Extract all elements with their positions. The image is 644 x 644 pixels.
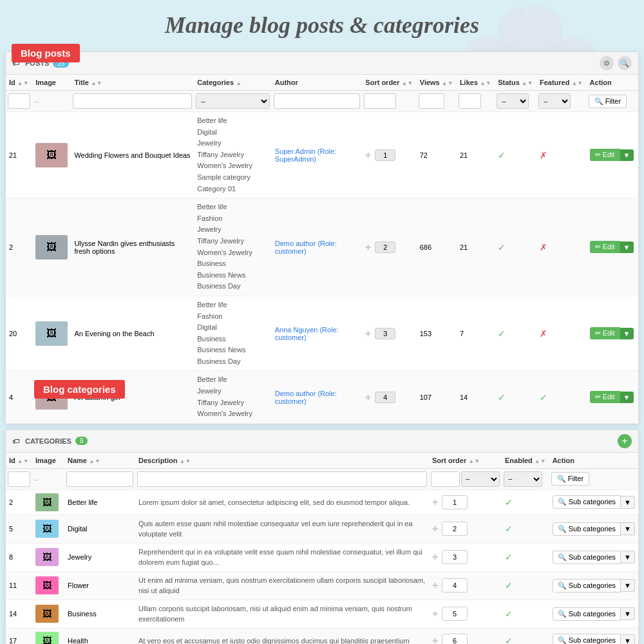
- edit-button[interactable]: ✏ Edit: [590, 327, 620, 339]
- sub-categories-dropdown[interactable]: ▼: [621, 607, 635, 620]
- sort-order-input[interactable]: [375, 149, 395, 161]
- enabled-check: ✓: [505, 609, 513, 619]
- sort-handle[interactable]: ✛: [365, 151, 371, 159]
- cat-sort-handle[interactable]: ✛: [432, 637, 438, 644]
- categories-filter-select[interactable]: --: [196, 93, 270, 109]
- add-category-button[interactable]: +: [618, 434, 632, 448]
- status-filter-select[interactable]: --: [497, 93, 529, 109]
- sub-categories-button[interactable]: 🔍 Sub categories: [553, 607, 621, 621]
- post-image: 🖼: [35, 235, 68, 260]
- sub-categories-button[interactable]: 🔍 Sub categories: [553, 579, 621, 592]
- cat-sort-handle[interactable]: ✛: [432, 610, 438, 618]
- cat-sort-order-input[interactable]: [442, 522, 468, 536]
- cat-name: Flower: [64, 571, 135, 600]
- author-link[interactable]: Demo author (Role: customer): [275, 390, 337, 405]
- cat-sort-order-input[interactable]: [442, 550, 468, 564]
- cat-name-filter-input[interactable]: [66, 471, 133, 487]
- categories-table-header: Id ▲▼ Image Name ▲▼ Description ▲▼ Sort …: [6, 453, 638, 469]
- author-link[interactable]: Demo author (Role: customer): [275, 240, 337, 255]
- post-sort-order: ✛: [362, 371, 416, 423]
- sub-categories-dropdown[interactable]: ▼: [621, 522, 635, 535]
- sort-order-input[interactable]: [375, 328, 395, 339]
- cat-sort-handle[interactable]: ✛: [432, 525, 438, 533]
- search-icon[interactable]: 🔍: [618, 56, 632, 70]
- post-views: 153: [417, 296, 457, 371]
- post-featured: ✓: [536, 371, 587, 423]
- featured-x: ✗: [540, 328, 547, 339]
- cat-image-cell: 🖼: [32, 543, 64, 571]
- edit-button[interactable]: ✏ Edit: [590, 149, 620, 161]
- author-link[interactable]: Anna Nguyen (Role: customer): [275, 326, 339, 341]
- status-check: ✓: [498, 242, 506, 252]
- settings-icon[interactable]: ⚙: [600, 56, 614, 70]
- cat-sortorder-dir-select[interactable]: --: [461, 471, 500, 487]
- table-row: 21 🖼 Wedding Flowers and Bouquet Ideas B…: [6, 112, 638, 198]
- table-row: 5 🖼 Digital Quis autem esse quam nihil m…: [6, 515, 638, 543]
- col-image: Image: [32, 75, 71, 91]
- sort-handle[interactable]: ✛: [365, 330, 371, 337]
- cat-sort-order-input[interactable]: [442, 634, 468, 644]
- cat-sort-order-input[interactable]: [442, 495, 468, 509]
- edit-dropdown-button[interactable]: ▼: [620, 149, 634, 161]
- cat-sortorder-filter-input[interactable]: [431, 471, 460, 487]
- edit-dropdown-button[interactable]: ▼: [620, 392, 634, 403]
- post-author: Demo author (Role: customer): [272, 371, 363, 423]
- views-filter-input[interactable]: [419, 93, 444, 109]
- cat-sort-order-input[interactable]: [442, 578, 468, 592]
- cat-image-cell: 🖼: [32, 600, 64, 628]
- cat-desc-filter-input[interactable]: [137, 471, 427, 487]
- sort-order-input[interactable]: [375, 392, 395, 403]
- sub-categories-dropdown[interactable]: ▼: [621, 496, 635, 509]
- post-action-group: ✏ Edit ▼: [590, 391, 635, 403]
- cat-sort-order-input[interactable]: [442, 607, 468, 621]
- sort-order-input[interactable]: [375, 242, 395, 253]
- post-likes: 7: [457, 296, 495, 371]
- cat-id-filter-input[interactable]: [8, 471, 30, 487]
- posts-filter-button[interactable]: 🔍 Filter: [589, 95, 627, 108]
- posts-table: Id ▲▼ Image Title ▲▼ Categories ▲ Author…: [6, 75, 638, 424]
- sort-handle[interactable]: ✛: [365, 393, 371, 401]
- sortorder-filter-input[interactable]: [364, 93, 396, 109]
- author-filter-input[interactable]: [274, 93, 361, 109]
- id-sort: ▲▼: [17, 80, 29, 86]
- cat-enabled-filter-select[interactable]: --: [504, 471, 542, 487]
- edit-button[interactable]: ✏ Edit: [590, 241, 620, 253]
- id-filter-input[interactable]: [8, 93, 30, 109]
- sort-handle[interactable]: ✛: [365, 243, 371, 251]
- status-sort: ▲▼: [522, 80, 533, 86]
- cat-sort-order: ✛: [429, 515, 502, 543]
- sub-categories-dropdown[interactable]: ▼: [621, 634, 635, 644]
- edit-dropdown-button[interactable]: ▼: [620, 328, 634, 339]
- cat-tag-icon: 🏷: [12, 437, 19, 445]
- featured-filter-select[interactable]: --: [538, 93, 571, 109]
- edit-dropdown-button[interactable]: ▼: [620, 242, 634, 253]
- title-filter-input[interactable]: [73, 93, 192, 109]
- sub-categories-button[interactable]: 🔍 Sub categories: [553, 634, 621, 644]
- post-image: 🖼: [35, 143, 68, 167]
- cat-sort-handle[interactable]: ✛: [432, 582, 438, 589]
- posts-table-body: 21 🖼 Wedding Flowers and Bouquet Ideas B…: [6, 112, 638, 424]
- author-link[interactable]: Super Admin (Role: SuperAdmin): [275, 147, 336, 163]
- post-image: 🖼: [35, 321, 68, 346]
- cat-sort-handle[interactable]: ✛: [432, 498, 438, 506]
- posts-table-header: Id ▲▼ Image Title ▲▼ Categories ▲ Author…: [6, 75, 638, 91]
- cat-action: 🔍 Sub categories ▼: [549, 628, 638, 644]
- post-sort-order: ✛: [362, 112, 416, 198]
- post-likes: 21: [457, 112, 495, 198]
- likes-filter-input[interactable]: [459, 93, 481, 109]
- sub-categories-dropdown[interactable]: ▼: [621, 551, 635, 564]
- categories-filter-button[interactable]: 🔍 Filter: [551, 472, 590, 486]
- blog-posts-label: Blog posts: [12, 44, 80, 62]
- sortorder-sort: ▲▼: [402, 80, 413, 86]
- categories-header-right: +: [618, 434, 632, 448]
- sub-categories-button[interactable]: 🔍 Sub categories: [553, 495, 621, 509]
- sub-categories-dropdown[interactable]: ▼: [621, 579, 635, 592]
- sub-categories-button[interactable]: 🔍 Sub categories: [553, 551, 621, 564]
- cat-action-group: 🔍 Sub categories ▼: [553, 495, 635, 509]
- sub-categories-button[interactable]: 🔍 Sub categories: [553, 522, 621, 536]
- table-row: 17 🖼 Health At vero eos et accusamus et …: [6, 628, 638, 644]
- post-likes: 14: [457, 371, 495, 423]
- edit-button[interactable]: ✏ Edit: [590, 391, 620, 403]
- cat-sort-handle[interactable]: ✛: [432, 553, 438, 561]
- cat-sort-order: ✛: [429, 543, 502, 571]
